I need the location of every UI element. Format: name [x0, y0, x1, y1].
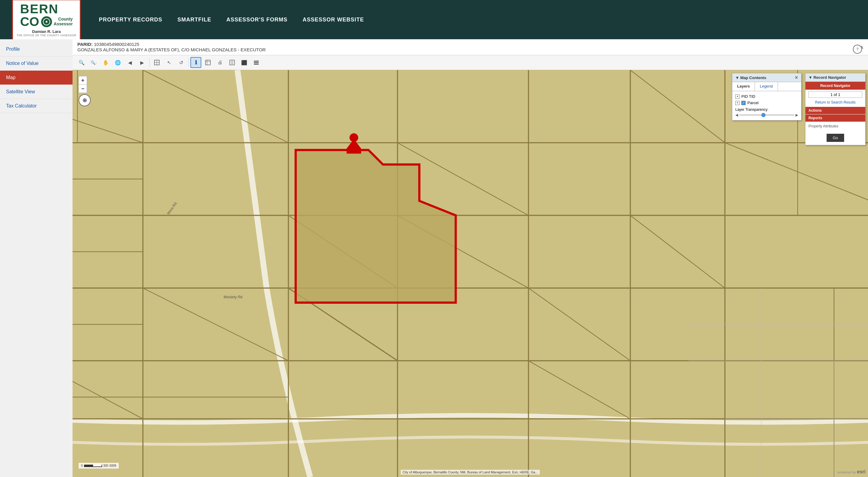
header: BERN CO CountyAssessor Damian R. Lara TH…	[0, 0, 868, 39]
north-indicator[interactable]: ⊕	[79, 94, 91, 106]
main-nav: PROPERTY RECORDS SMARTFILE ASSESSOR'S FO…	[99, 16, 364, 23]
record-nav-outer-header: ▼ Record Navigator	[805, 73, 865, 82]
parid-bar: PARID: 103804549800240125 GONZALES ALFON…	[72, 39, 868, 55]
logo-name: Damian R. Lara	[32, 29, 61, 34]
slider-thumb[interactable]	[761, 113, 766, 117]
tab-legend[interactable]: Legend	[755, 82, 778, 91]
logo-circle-icon	[41, 16, 52, 27]
map-toolbar: 🔍 🔍- ✋ 🌐 ◀ ▶ ↖ ↺ ℹ 🖨 ⬛	[72, 55, 868, 70]
scale-val-600: 600ft	[110, 464, 116, 467]
logo-county-text: CountyAssessor	[54, 17, 73, 26]
sidebar-item-satellite-view[interactable]: Satellite View	[0, 85, 72, 99]
nav-assessors-forms[interactable]: ASSESSOR'S FORMS	[226, 16, 287, 23]
sidebar-item-profile[interactable]: Profile	[0, 42, 72, 57]
globe-tool-btn[interactable]: 🌐	[113, 57, 123, 68]
layers-tool-btn[interactable]	[251, 57, 262, 68]
zoom-out-btn[interactable]: −	[79, 84, 87, 93]
help-button[interactable]: ?	[853, 45, 862, 54]
search-tool-btn[interactable]	[203, 57, 213, 68]
map-background	[72, 70, 868, 477]
property-attributes-link[interactable]: Property Attributes	[805, 122, 865, 131]
checkbox-check-icon: ✓	[742, 101, 745, 104]
sidebar-item-tax-calculator[interactable]: Tax Calculator	[0, 99, 72, 113]
slider-right-arrow[interactable]: ▶	[796, 113, 798, 117]
zoom-in-btn[interactable]: +	[79, 76, 87, 84]
logo-bern: BERN	[20, 3, 73, 15]
map-contents-close[interactable]: ✕	[795, 75, 798, 80]
esri-text: esri	[857, 469, 866, 474]
measure-tool-btn[interactable]: ⬛	[239, 57, 250, 68]
prev-extent-btn[interactable]: ◀	[125, 57, 135, 68]
map-container[interactable]: + − ⊕ Mora Rd. Moriarty Rd 0 300 600ft C…	[72, 70, 868, 477]
content-area: PARID: 103804549800240125 GONZALES ALFON…	[72, 39, 868, 477]
nav-property-records[interactable]: PROPERTY RECORDS	[99, 16, 162, 23]
layer-row-parcel: + ✓ Parcel	[735, 101, 798, 105]
transparency-row: Layer Transparency:	[735, 107, 798, 112]
svg-rect-12	[254, 64, 259, 65]
layer-name-pid: PID TID	[741, 94, 755, 99]
actions-header: Actions	[805, 107, 865, 114]
sidebar-item-map[interactable]: Map	[0, 71, 72, 85]
parid-owner: GONZALES ALFONSO & MARY A (ESTATES OF), …	[78, 47, 266, 52]
slider-left-arrow[interactable]: ◀	[735, 113, 738, 117]
nav-assessor-website[interactable]: ASSESSOR WEBSITE	[303, 16, 364, 23]
info-tool-btn[interactable]: ℹ	[190, 57, 201, 68]
logo-co: CO	[20, 15, 39, 28]
zoom-in-tool-btn[interactable]: 🔍	[76, 57, 87, 68]
nav-smartfile[interactable]: SMARTFILE	[178, 16, 211, 23]
map-contents-header: ▼ Map Contents ✕	[732, 73, 801, 82]
svg-rect-3	[206, 60, 210, 65]
sidebar: Profile Notice of Value Map Satellite Vi…	[0, 39, 72, 477]
parid-label-text: PARID:	[78, 42, 93, 47]
zoom-parcel-btn[interactable]	[151, 57, 162, 68]
go-button[interactable]: Go	[827, 134, 844, 142]
select-tool-btn[interactable]: ↖	[163, 57, 175, 68]
svg-rect-11	[254, 62, 259, 63]
zoom-out-tool-btn[interactable]: 🔍-	[88, 57, 99, 68]
record-nav-input-row	[805, 90, 865, 100]
layer-expand-parcel[interactable]: +	[735, 101, 740, 105]
parid-info: PARID: 103804549800240125 GONZALES ALFON…	[78, 42, 266, 53]
map-contents-tabs: Layers Legend	[732, 82, 801, 91]
road-label-moriarty: Moriarty Rd	[224, 295, 242, 299]
logo-title: THE OFFICE OF THE COUNTY ASSESSOR	[17, 34, 76, 37]
parid-label: PARID: 103804549800240125	[78, 42, 139, 47]
scale-line: 0 300 600ft	[81, 464, 116, 467]
map-contents-title: ▼ Map Contents	[735, 75, 766, 80]
map-attribution: City of Albuquerque, Bernalillo County, …	[401, 470, 540, 475]
map-contents-panel: ▼ Map Contents ✕ Layers Legend + PID TID…	[732, 73, 802, 121]
scale-ruler	[84, 465, 102, 467]
next-extent-btn[interactable]: ▶	[136, 57, 148, 68]
logo: BERN CO CountyAssessor Damian R. Lara TH…	[12, 0, 81, 40]
map-svg	[72, 70, 868, 477]
transparency-label: Layer Transparency:	[735, 107, 768, 112]
parid-value: 103804549800240125	[94, 42, 139, 47]
scale-bar: 0 300 600ft	[79, 463, 119, 469]
scale-val-0: 0	[81, 464, 83, 467]
layer-checkbox-parcel[interactable]: ✓	[741, 101, 746, 105]
zoom-controls: + −	[79, 76, 87, 93]
clear-tool-btn[interactable]: ↺	[176, 57, 186, 68]
esri-logo: powered by esri	[837, 469, 866, 475]
tab-layers[interactable]: Layers	[732, 82, 755, 91]
reports-header: Reports	[805, 114, 865, 122]
print-tool-btn[interactable]: 🖨	[215, 57, 225, 68]
map-contents-body: + PID TID + ✓ Parcel Layer Transparency:	[732, 91, 801, 120]
return-to-search-link[interactable]: Return to Search Results	[805, 100, 865, 107]
separator-2	[188, 58, 189, 67]
record-nav-panel-title: ▼ Record Navigator	[808, 75, 846, 80]
pan-tool-btn[interactable]: ✋	[100, 57, 111, 68]
export-tool-btn[interactable]	[227, 57, 238, 68]
main-content: Profile Notice of Value Map Satellite Vi…	[0, 39, 868, 477]
svg-point-47	[349, 133, 358, 142]
record-nav-section-title: Record Navigator	[805, 82, 865, 90]
record-navigator-panel: ▼ Record Navigator Record Navigator Retu…	[805, 73, 866, 145]
record-nav-input[interactable]	[808, 92, 862, 98]
sidebar-item-notice-of-value[interactable]: Notice of Value	[0, 57, 72, 71]
layer-expand-pid[interactable]: +	[735, 95, 740, 99]
scale-val-300: 300	[103, 464, 108, 467]
svg-rect-10	[254, 61, 259, 62]
separator-1	[149, 58, 150, 67]
layer-row-pid: + PID TID	[735, 94, 798, 99]
transparency-slider[interactable]	[739, 114, 794, 115]
